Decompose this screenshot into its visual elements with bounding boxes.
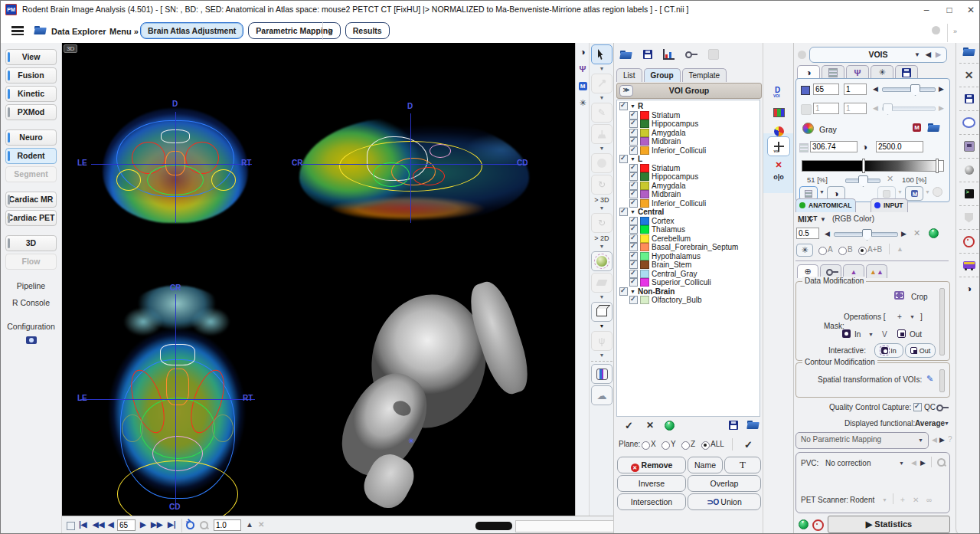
chart-bars-icon[interactable]	[663, 49, 675, 60]
qc-key-icon[interactable]	[936, 405, 946, 411]
left-strip-cell[interactable]	[576, 77, 590, 93]
image-viewer[interactable]: 3D D LE RT D CR	[62, 43, 575, 516]
cylinder-tool-button[interactable]	[591, 364, 612, 384]
voi-mirror-button[interactable]	[763, 171, 794, 181]
voi-voi-label-button[interactable]	[763, 87, 794, 98]
percent-slider-knob[interactable]	[858, 175, 868, 187]
chevron-down-icon[interactable]: ▼	[899, 460, 904, 466]
voi-checkbox[interactable]	[629, 296, 638, 304]
operations-plus[interactable]: +	[897, 313, 902, 321]
crop-label[interactable]: Crop	[911, 293, 928, 301]
mix-apply-icon[interactable]	[929, 228, 939, 238]
name-button[interactable]: Name	[688, 457, 723, 473]
voi-checkbox[interactable]	[629, 270, 638, 278]
caret-down-icon[interactable]: ▼	[592, 294, 612, 300]
viewport-3d-render[interactable]: ✳	[330, 273, 575, 516]
scrollbar[interactable]	[939, 288, 945, 355]
lasso-cloud-tool-button[interactable]	[591, 385, 612, 405]
mix-x-icon[interactable]: ✕	[913, 228, 920, 238]
left-strip-cell[interactable]	[576, 60, 590, 77]
tab-input[interactable]: INPUT	[871, 198, 908, 212]
cursor-tool-button[interactable]	[591, 44, 612, 64]
crosshair-horizontal[interactable]	[301, 164, 528, 165]
viewport-axial[interactable]	[100, 286, 253, 510]
voi-item-row[interactable]: Midbrain	[617, 137, 760, 146]
caret-down-icon[interactable]: ▼	[592, 95, 612, 101]
caret-down-icon[interactable]: ▼	[592, 146, 612, 152]
inverse-button[interactable]: Inverse	[617, 475, 686, 492]
plane-confirm-icon[interactable]	[744, 439, 753, 450]
minimize-button[interactable]: –	[916, 3, 936, 17]
slider-right-icon[interactable]: ▶	[939, 85, 944, 93]
first-slice-button[interactable]: |◀	[79, 520, 87, 529]
slider-left-icon[interactable]: ◀	[873, 85, 878, 93]
ready-icon[interactable]	[799, 519, 808, 529]
sidebar-item-cardiac-mr[interactable]: Cardiac MR	[5, 192, 57, 208]
box-3d-tool-button[interactable]	[591, 302, 612, 322]
mix-slider-track[interactable]	[834, 232, 898, 237]
fast-back-button[interactable]: ◀◀	[93, 520, 104, 529]
sidebar-item-pipeline[interactable]: Pipeline	[5, 279, 57, 293]
statistics-button[interactable]: ▶ Statistics	[828, 516, 950, 533]
scanner-value[interactable]: Rodent	[850, 496, 874, 504]
left-strip-cell[interactable]	[576, 93, 590, 110]
caret-down-icon[interactable]: ▼	[592, 205, 612, 211]
grayscale-gradient-bar[interactable]	[802, 160, 944, 172]
tab-save[interactable]	[895, 65, 918, 79]
voi-item-row[interactable]: Brain_Stem	[617, 260, 760, 270]
remove-button[interactable]: ✕Remove	[617, 457, 686, 473]
mask-out-icon[interactable]	[897, 329, 906, 338]
sidebar-item-view[interactable]: View	[5, 49, 57, 65]
voi-item-row[interactable]: Midbrain	[617, 190, 760, 199]
right-strip-target-button[interactable]	[956, 233, 980, 250]
group-checkbox[interactable]	[619, 102, 628, 110]
tab-overflow[interactable]: >	[328, 27, 333, 35]
mask-in-icon[interactable]	[842, 329, 851, 338]
voi-group-toggle-button[interactable]: ≫	[619, 85, 633, 97]
crosshair-vertical[interactable]	[175, 112, 176, 223]
blend-a-radio[interactable]	[818, 247, 827, 255]
slice-slider-track[interactable]	[882, 87, 936, 92]
sidebar-item-pxmod[interactable]: PXMod	[5, 104, 57, 120]
voi-group-row[interactable]: ▼Central	[617, 208, 760, 217]
prev-icon[interactable]: ◀	[926, 48, 931, 62]
right-strip-save-disk-button[interactable]	[956, 90, 980, 107]
next-icon[interactable]: ▶	[920, 459, 926, 467]
voi-item-row[interactable]: Central_Gray	[617, 270, 760, 279]
sidebar-item-fusion[interactable]: Fusion	[5, 67, 57, 84]
slice-value-input[interactable]	[813, 84, 839, 95]
pvc-value[interactable]: No correction	[825, 459, 871, 467]
tab-results[interactable]: Results	[345, 22, 390, 39]
overlap-button[interactable]: Overlap	[688, 475, 761, 492]
voi-checkbox[interactable]	[629, 260, 638, 269]
voi-checkbox[interactable]	[629, 217, 638, 225]
blend-b-radio[interactable]	[838, 247, 847, 255]
colormap-icon[interactable]	[802, 123, 814, 134]
voi-checkbox[interactable]	[629, 164, 638, 172]
text-tool-button[interactable]: T	[724, 457, 761, 473]
slice-number-input[interactable]	[117, 519, 136, 531]
window-icon[interactable]	[913, 123, 921, 132]
close-button[interactable]: ✕	[961, 3, 980, 17]
voi-tab-template[interactable]: Template	[682, 68, 727, 82]
tab-parametric-mapping[interactable]: Parametric Mapping	[248, 22, 340, 39]
intersection-button[interactable]: Intersection	[617, 493, 686, 510]
caret-down-icon[interactable]: ▼	[592, 323, 612, 329]
mix-label[interactable]: MIX	[798, 215, 812, 224]
voi-item-row[interactable]: Amygdala	[617, 129, 760, 138]
voi-checkbox[interactable]	[629, 137, 638, 146]
gradient-marker[interactable]	[862, 159, 865, 173]
sidebar-item-rodent-brain[interactable]: Rodent Brain	[5, 148, 57, 164]
right-strip-robot-button[interactable]	[956, 138, 980, 155]
tab-layout[interactable]	[822, 65, 844, 79]
voi-pie-chart-button[interactable]	[763, 126, 794, 136]
voi-tab-group[interactable]: Group	[644, 68, 681, 82]
confirm-icon[interactable]	[625, 420, 633, 431]
voi-item-row[interactable]: Superior_Colliculi	[617, 278, 760, 287]
colormap-name[interactable]: Gray	[819, 125, 837, 134]
displayed-functional-value[interactable]: Average	[915, 419, 945, 428]
scrollbar[interactable]	[939, 369, 945, 392]
mix-slider-knob[interactable]	[862, 229, 872, 241]
plane-z-radio[interactable]	[681, 441, 690, 450]
cancel-icon[interactable]	[646, 420, 654, 431]
